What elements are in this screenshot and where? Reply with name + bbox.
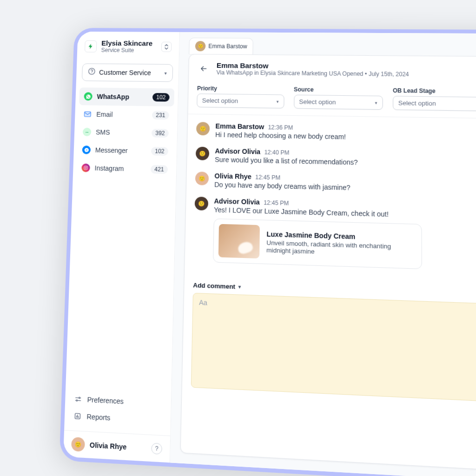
svg-point-6: [79, 397, 80, 398]
sidebar-item-label: Email: [96, 111, 147, 119]
product-description: Unveil smooth, radiant skin with enchant…: [266, 239, 416, 258]
svg-point-7: [76, 400, 78, 401]
product-image: [218, 224, 260, 258]
message-time: 12:45 PM: [264, 199, 289, 207]
app-screen: Elysia Skincare Service Suite Customer S…: [63, 32, 476, 476]
sidebar-item-email[interactable]: Email 231: [79, 105, 174, 124]
brand-name: Elysia Skincare: [101, 39, 157, 47]
main-panel: 🙂 Emma Barstow Emma Barstow Via WhatsApp…: [170, 32, 476, 476]
channel-list: WhatsApp 102 Email 231 ··· SMS 392: [73, 86, 178, 181]
avatar: 🙂: [196, 147, 209, 160]
message-time: 12:40 PM: [264, 149, 289, 156]
brand-logo-icon: [85, 40, 97, 52]
question-icon: [88, 67, 96, 77]
tab-bar: 🙂 Emma Barstow: [179, 32, 476, 57]
message: 🙂 Olivia Rhye 12:45 PM Do you have any b…: [195, 172, 476, 197]
message-time: 12:45 PM: [255, 174, 280, 181]
message: 🙂 Emma Barstow 12:36 PM Hi I need help c…: [196, 122, 476, 145]
avatar: 🙂: [195, 172, 209, 185]
chevron-down-icon: ▾: [276, 99, 278, 104]
chevron-down-icon: ▾: [238, 284, 240, 290]
svg-point-4: [85, 167, 86, 168]
message: 🙂 Advisor Olivia 12:45 PM Yes! I LOVE ou…: [193, 197, 476, 275]
composer: Add comment ▾ Aa Add in: [182, 274, 476, 435]
filter-label-ob-stage: OB Lead Stage: [393, 87, 476, 95]
count-badge: 231: [152, 111, 169, 119]
instagram-icon: [81, 164, 90, 172]
device-frame: Elysia Skincare Service Suite Customer S…: [60, 28, 476, 476]
panel-header: Emma Barstow Via WhatsApp in Elysia Skin…: [189, 54, 476, 86]
select-placeholder: Select option: [398, 99, 436, 107]
filter-label-priority: Priority: [197, 85, 284, 93]
message-author: Emma Barstow: [215, 122, 264, 131]
sidebar-item-label: SMS: [96, 128, 147, 137]
svg-rect-3: [84, 166, 88, 170]
sidebar-item-label: Instagram: [94, 164, 146, 173]
filter-label-source: Source: [294, 86, 383, 94]
product-card[interactable]: Luxe Jasmine Body Cream Unveil smooth, r…: [213, 218, 422, 269]
messenger-icon: [82, 145, 91, 154]
message-author: Olivia Rhye: [214, 172, 251, 180]
email-icon: [83, 110, 92, 118]
workspace-select[interactable]: Customer Service ▾: [82, 63, 173, 82]
tab-conversation[interactable]: 🙂 Emma Barstow: [189, 38, 253, 54]
tab-label: Emma Barstow: [208, 43, 247, 50]
count-badge: 102: [152, 93, 170, 102]
workspace-label: Customer Service: [99, 69, 161, 77]
brand-switcher-button[interactable]: [161, 41, 172, 52]
select-placeholder: Select option: [299, 98, 336, 106]
sidebar: Elysia Skincare Service Suite Customer S…: [63, 32, 180, 463]
current-user-row: 🙂 Olivia Rhye ?: [63, 430, 170, 463]
count-badge: 392: [152, 129, 169, 138]
avatar: 🙂: [195, 41, 206, 51]
count-badge: 421: [151, 165, 168, 174]
ob-stage-select[interactable]: Select option ▾: [393, 96, 476, 111]
conversation-panel: Emma Barstow Via WhatsApp in Elysia Skin…: [180, 54, 476, 476]
message-author: Advisor Olivia: [214, 197, 260, 206]
sidebar-bottom: Preferences Reports: [64, 387, 171, 436]
avatar: 🙂: [195, 197, 209, 211]
chevron-down-icon: ▾: [375, 100, 377, 105]
whatsapp-icon: [84, 92, 93, 100]
sidebar-item-label: Preferences: [87, 396, 124, 405]
message: 🙂 Advisor Olivia 12:40 PM Sure would you…: [196, 147, 476, 171]
priority-select[interactable]: Select option ▾: [197, 93, 284, 108]
select-placeholder: Select option: [202, 97, 238, 104]
message-time: 12:36 PM: [268, 124, 293, 131]
avatar: 🙂: [71, 437, 85, 452]
svg-point-5: [87, 166, 87, 167]
source-select[interactable]: Select option ▾: [294, 95, 383, 110]
count-badge: 102: [151, 147, 168, 156]
sidebar-item-sms[interactable]: ··· SMS 392: [78, 123, 173, 142]
svg-point-0: [89, 68, 95, 74]
svg-rect-2: [84, 112, 91, 117]
help-button[interactable]: ?: [151, 443, 162, 454]
message-thread: 🙂 Emma Barstow 12:36 PM Hi I need help c…: [185, 114, 476, 289]
brand-block: Elysia Skincare Service Suite: [77, 32, 179, 60]
sms-icon: ···: [83, 128, 92, 136]
sidebar-item-whatsapp[interactable]: WhatsApp 102: [79, 87, 174, 106]
sidebar-item-instagram[interactable]: Instagram 421: [77, 159, 173, 178]
sliders-icon: [74, 395, 83, 404]
brand-subtitle: Service Suite: [101, 47, 157, 54]
svg-point-1: [92, 73, 92, 73]
sidebar-item-label: Reports: [86, 413, 110, 422]
sidebar-item-label: Messenger: [95, 146, 146, 155]
composer-header-label: Add comment: [193, 281, 235, 290]
current-user-name: Olivia Rhye: [90, 441, 147, 452]
sidebar-item-label: WhatsApp: [97, 93, 148, 101]
avatar: 🙂: [196, 122, 210, 135]
reports-icon: [73, 411, 82, 421]
back-button[interactable]: [198, 62, 210, 74]
sidebar-item-messenger[interactable]: Messenger 102: [77, 141, 173, 161]
message-author: Advisor Olivia: [215, 147, 260, 155]
chevron-down-icon: ▾: [165, 70, 167, 75]
